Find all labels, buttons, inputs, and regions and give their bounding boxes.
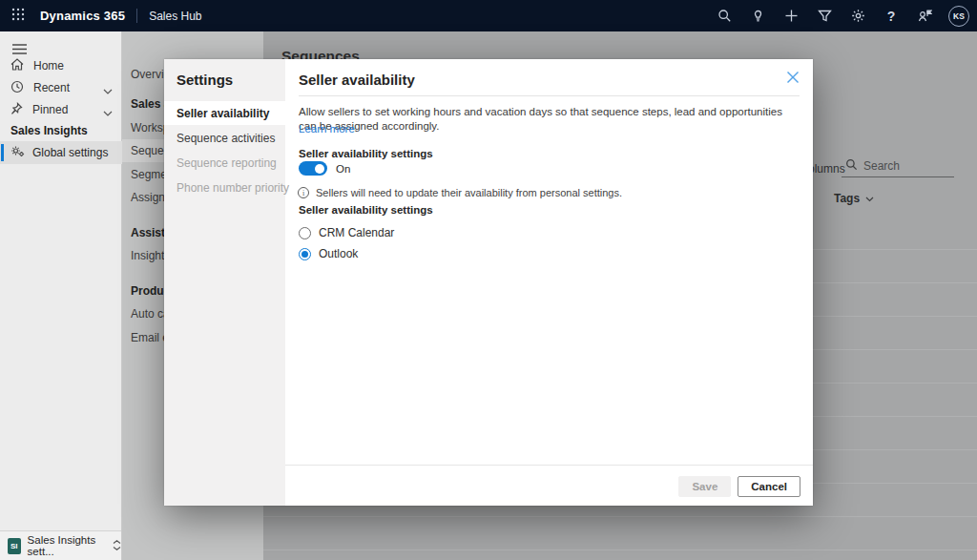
settings-dialog-body: Seller availability Allow sellers to set… <box>285 59 813 506</box>
close-icon <box>786 71 800 88</box>
sidebar-item-label: Recent <box>33 81 70 94</box>
search-button[interactable] <box>712 4 737 29</box>
chevron-down-icon <box>865 192 874 205</box>
settings-dialog-nav: Settings Seller availability Sequence ac… <box>164 59 285 506</box>
clock-icon <box>10 80 24 96</box>
sidebar-section-label: Sales Insights <box>10 124 88 137</box>
screen: Dynamics 365 Sales Hub <box>0 0 977 560</box>
gear-icon <box>851 9 865 23</box>
sidebar-item-label: Global settings <box>32 146 108 159</box>
column-header-tags[interactable]: Tags <box>834 192 874 205</box>
header-divider <box>299 95 800 96</box>
grid-search-box[interactable] <box>842 155 954 177</box>
settings-nav-phone-number-priority: Phone number priority <box>164 176 285 199</box>
toggle-group-label: Seller availability settings <box>299 148 433 159</box>
feedback-button[interactable] <box>912 4 937 29</box>
chevron-down-icon[interactable] <box>103 106 113 119</box>
radio-option-outlook[interactable]: Outlook <box>299 247 358 260</box>
topbar-divider <box>136 9 137 23</box>
area-switcher-label: Sales Insights sett... <box>28 534 106 557</box>
radio-checked-icon <box>299 248 311 260</box>
close-dialog-button[interactable] <box>782 69 803 90</box>
pane-title: Seller availability <box>299 72 415 88</box>
top-app-bar: Dynamics 365 Sales Hub <box>0 0 977 31</box>
settings-nav-sequence-activities[interactable]: Sequence activities <box>164 126 285 150</box>
description-text: Allow sellers to set working hours and v… <box>299 105 796 134</box>
area-switcher[interactable]: SI Sales Insights sett... <box>0 530 121 560</box>
brand-title[interactable]: Dynamics 365 <box>40 9 125 23</box>
settings-nav-seller-availability[interactable]: Seller availability <box>164 101 285 125</box>
create-button[interactable] <box>779 4 803 29</box>
search-input[interactable] <box>863 159 940 173</box>
toggle-state-label: On <box>336 163 350 175</box>
settings-button[interactable] <box>845 4 870 29</box>
radio-group-label: Seller availability settings <box>299 204 433 216</box>
feedback-icon <box>918 9 932 23</box>
sidebar-item-global-settings[interactable]: Global settings <box>0 141 122 164</box>
search-icon <box>845 157 858 175</box>
app-launcher-button[interactable] <box>8 6 29 27</box>
help-button[interactable]: ? <box>879 4 904 29</box>
settings-dialog: Settings Seller availability Sequence ac… <box>164 59 813 506</box>
learn-more-link[interactable]: Learn more <box>299 123 355 135</box>
radio-option-crm-calendar[interactable]: CRM Calendar <box>299 226 394 239</box>
radio-unchecked-icon <box>299 227 311 239</box>
coaching-button[interactable] <box>745 4 770 29</box>
sidebar-item-label: Pinned <box>32 103 68 116</box>
home-icon <box>10 58 24 73</box>
site-map-sidebar: Home Recent Pinned <box>0 31 122 560</box>
toggle-knob <box>315 164 324 174</box>
help-icon: ? <box>887 9 896 24</box>
chevron-down-icon[interactable] <box>103 84 113 97</box>
waffle-icon <box>11 8 25 25</box>
seller-availability-toggle[interactable] <box>299 161 327 176</box>
sidebar-item-home[interactable]: Home <box>0 54 122 77</box>
footer-divider <box>285 465 813 466</box>
global-settings-icon <box>10 145 25 160</box>
settings-nav-sequence-reporting: Sequence reporting <box>164 151 285 175</box>
info-icon: i <box>298 187 309 198</box>
user-avatar[interactable]: KS <box>948 6 969 27</box>
updown-chevron-icon <box>113 537 121 554</box>
sidebar-item-pinned[interactable]: Pinned <box>0 98 122 121</box>
sidebar-item-recent[interactable]: Recent <box>0 76 122 99</box>
save-button[interactable]: Save <box>678 476 731 497</box>
selected-indicator <box>1 144 4 161</box>
app-name[interactable]: Sales Hub <box>149 10 201 23</box>
info-note: Sellers will need to update their availa… <box>316 187 622 198</box>
lightbulb-icon <box>751 9 765 23</box>
area-badge: SI <box>8 538 21 554</box>
plus-icon <box>784 9 799 23</box>
filter-icon <box>818 9 832 23</box>
settings-dialog-title: Settings <box>177 72 233 88</box>
pin-icon <box>10 102 23 117</box>
cancel-button[interactable]: Cancel <box>738 476 800 497</box>
search-icon <box>717 9 732 23</box>
sidebar-item-label: Home <box>33 59 64 73</box>
filter-button[interactable] <box>812 4 837 29</box>
